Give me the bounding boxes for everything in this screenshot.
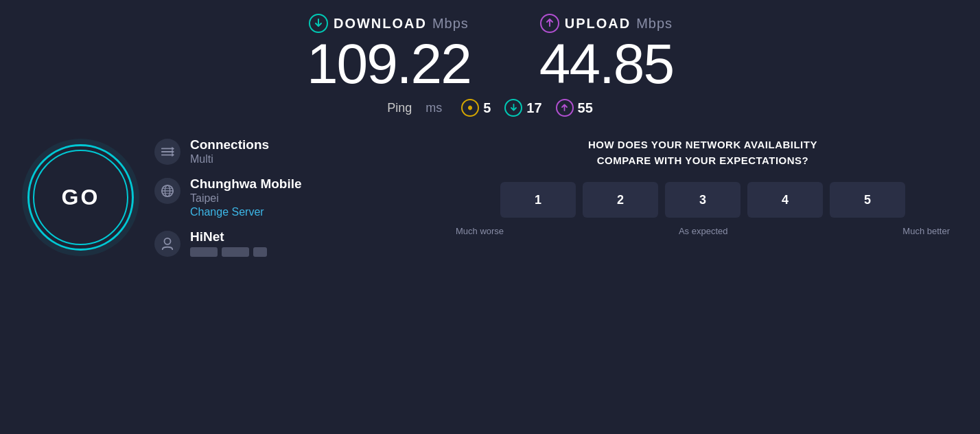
rating-btn-1[interactable]: 1 bbox=[500, 182, 576, 218]
main-container: DOWNLOAD Mbps 109.22 UPLOAD Mbps 44.85 P… bbox=[0, 0, 980, 434]
rating-row: 1 2 3 4 5 bbox=[500, 182, 905, 218]
rating-label-low: Much worse bbox=[456, 226, 504, 236]
connections-icon bbox=[154, 139, 180, 165]
ping-download-icon bbox=[504, 99, 522, 117]
upload-label: UPLOAD bbox=[565, 16, 631, 32]
svg-marker-4 bbox=[172, 150, 174, 153]
download-value: 109.22 bbox=[307, 36, 471, 92]
download-icon bbox=[309, 14, 328, 33]
svg-point-12 bbox=[164, 238, 170, 244]
rating-btn-5[interactable]: 5 bbox=[830, 182, 905, 218]
upload-icon bbox=[540, 14, 559, 33]
connections-text: Connections Multi bbox=[190, 137, 269, 165]
upload-label-row: UPLOAD Mbps bbox=[540, 14, 673, 33]
hinet-icon bbox=[154, 231, 180, 257]
isp-title: Chunghwa Mobile bbox=[190, 176, 302, 192]
bottom-row: GO bbox=[0, 137, 980, 257]
isp-location: Taipei bbox=[190, 192, 302, 205]
rating-btn-3[interactable]: 3 bbox=[665, 182, 740, 218]
svg-marker-6 bbox=[172, 153, 174, 157]
connections-value: Multi bbox=[190, 153, 269, 165]
hinet-text: HiNet bbox=[190, 229, 267, 257]
server-info: Connections Multi bbox=[154, 137, 302, 257]
upload-block: UPLOAD Mbps 44.85 bbox=[539, 14, 673, 92]
blur-3 bbox=[253, 247, 267, 257]
survey-question: HOW DOES YOUR NETWORK AVAILABILITYCOMPAR… bbox=[588, 137, 817, 168]
change-server-link[interactable]: Change Server bbox=[190, 206, 302, 218]
hinet-title: HiNet bbox=[190, 229, 267, 244]
rating-labels: Much worse As expected Much better bbox=[453, 226, 953, 236]
download-block: DOWNLOAD Mbps 109.22 bbox=[307, 14, 471, 92]
blur-1 bbox=[190, 247, 218, 257]
isp-text: Chunghwa Mobile Taipei Change Server bbox=[190, 176, 302, 218]
ping-unit: ms bbox=[425, 101, 442, 115]
rating-btn-4[interactable]: 4 bbox=[747, 182, 823, 218]
ping-row: Ping ms 5 17 bbox=[387, 99, 593, 117]
download-label-row: DOWNLOAD Mbps bbox=[309, 14, 469, 33]
ping-idle-icon bbox=[461, 99, 479, 117]
rating-label-mid: As expected bbox=[679, 226, 728, 236]
download-label: DOWNLOAD bbox=[334, 16, 427, 32]
right-section: HOW DOES YOUR NETWORK AVAILABILITYCOMPAR… bbox=[412, 137, 953, 236]
isp-row: Chunghwa Mobile Taipei Change Server bbox=[154, 176, 302, 218]
connections-row: Connections Multi bbox=[154, 137, 302, 165]
upload-value: 44.85 bbox=[539, 36, 673, 92]
ping-upload: 55 bbox=[556, 99, 593, 117]
svg-marker-2 bbox=[172, 147, 174, 150]
hinet-blurred bbox=[190, 247, 267, 257]
ping-label: Ping bbox=[387, 101, 412, 115]
rating-btn-2[interactable]: 2 bbox=[583, 182, 658, 218]
blur-2 bbox=[222, 247, 249, 257]
isp-icon bbox=[154, 178, 180, 204]
ping-upload-icon bbox=[556, 99, 574, 117]
download-unit: Mbps bbox=[432, 16, 469, 32]
speeds-row: DOWNLOAD Mbps 109.22 UPLOAD Mbps 44.85 bbox=[307, 14, 673, 92]
ping-download: 17 bbox=[504, 99, 541, 117]
go-button-label: GO bbox=[62, 185, 100, 210]
hinet-row: HiNet bbox=[154, 229, 302, 257]
ping-download-value: 17 bbox=[526, 100, 541, 116]
left-section: GO bbox=[27, 137, 412, 257]
rating-label-high: Much better bbox=[902, 226, 950, 236]
ping-idle: 5 bbox=[461, 99, 491, 117]
upload-unit: Mbps bbox=[636, 16, 673, 32]
go-button[interactable]: GO bbox=[27, 144, 134, 251]
ping-upload-value: 55 bbox=[578, 100, 593, 116]
ping-idle-value: 5 bbox=[483, 100, 491, 116]
connections-title: Connections bbox=[190, 137, 269, 152]
